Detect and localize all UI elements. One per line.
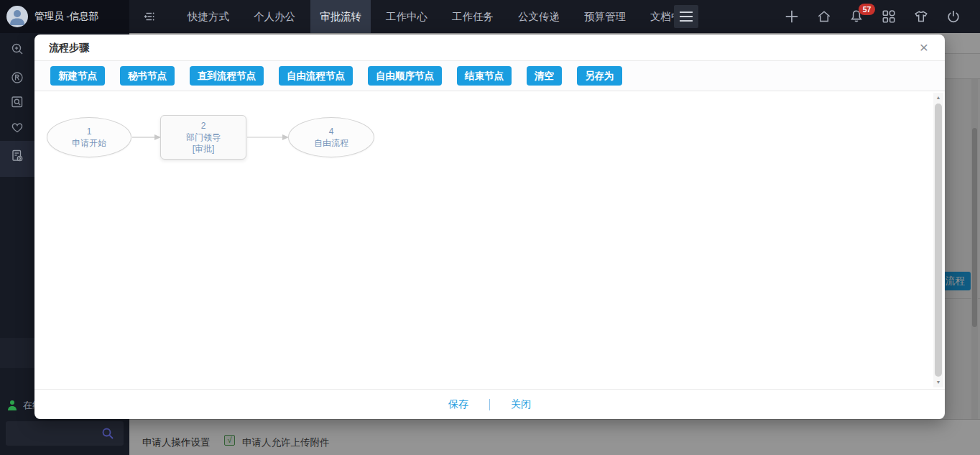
modal-header: 流程步骤 × <box>34 35 945 61</box>
more-menus-icon[interactable] <box>674 5 698 28</box>
flow-steps-modal: 流程步骤 × 新建节点 秘书节点 直到流程节点 自由流程节点 自由顺序节点 结束… <box>34 35 945 419</box>
save-button[interactable]: 保存 <box>448 398 468 411</box>
collapse-sidebar-icon[interactable] <box>142 9 156 24</box>
home-icon[interactable] <box>816 9 832 24</box>
sidebar-favorites-icon[interactable] <box>9 119 25 135</box>
scroll-up-icon[interactable]: ▲ <box>933 93 943 103</box>
node-label: 自由流程 <box>314 137 348 149</box>
node-label: 部门领导 <box>186 132 221 143</box>
secretary-node-button[interactable]: 秘书节点 <box>120 66 175 86</box>
flow-node-free-flow[interactable]: 4 自由流程 <box>288 117 374 157</box>
node-toolbar: 新建节点 秘书节点 直到流程节点 自由流程节点 自由顺序节点 结束节点 清空 另… <box>34 61 945 91</box>
flow-node-start[interactable]: 1 申请开始 <box>47 117 131 157</box>
avatar[interactable] <box>6 6 28 27</box>
free-flow-node-button[interactable]: 自由流程节点 <box>279 66 353 86</box>
end-node-button[interactable]: 结束节点 <box>457 66 512 86</box>
sidebar-search-input[interactable] <box>6 421 124 446</box>
search-icon[interactable] <box>101 427 114 440</box>
sidebar-flow-settings-icon[interactable] <box>9 148 25 164</box>
modal-title: 流程步骤 <box>49 42 89 55</box>
canvas-scrollbar-thumb[interactable] <box>935 104 942 377</box>
nav-item-shortcuts[interactable]: 快捷方式 <box>178 0 239 33</box>
sidebar-search-icon[interactable] <box>9 41 25 57</box>
app-window: 管理员 -信息部 快捷方式 个人办公 审批流转 工作中心 工作任务 公文传递 预… <box>0 0 980 455</box>
plus-icon[interactable] <box>784 9 800 24</box>
nav-item-work-tasks[interactable]: 工作任务 <box>443 0 503 33</box>
until-flow-node-button[interactable]: 直到流程节点 <box>190 66 264 86</box>
user-panel[interactable]: 管理员 -信息部 <box>0 0 129 33</box>
node-sub-label: [审批] <box>193 143 215 155</box>
theme-shirt-icon[interactable] <box>913 9 929 24</box>
node-number: 1 <box>87 126 92 137</box>
flow-canvas[interactable]: 1 申请开始 2 部门领导 [审批] 4 自由流程 ▲ <box>34 91 945 389</box>
scroll-down-icon[interactable]: ▼ <box>933 377 943 387</box>
close-button[interactable]: 关闭 <box>511 398 531 411</box>
save-as-button[interactable]: 另存为 <box>577 66 622 86</box>
canvas-scrollbar[interactable]: ▲ ▼ <box>933 93 943 387</box>
node-number: 4 <box>329 126 334 137</box>
flow-connector-arrow <box>132 133 161 142</box>
nav-item-approval-flow[interactable]: 审批流转 <box>310 0 371 33</box>
node-number: 2 <box>201 120 206 132</box>
flow-node-dept-leader[interactable]: 2 部门领导 [审批] <box>160 115 246 160</box>
modal-footer: 保存 关闭 <box>34 389 945 419</box>
user-avatar-icon <box>6 6 28 27</box>
nav-item-work-center[interactable]: 工作中心 <box>376 0 437 33</box>
clear-button[interactable]: 清空 <box>527 66 562 86</box>
nav-item-budget-management[interactable]: 预算管理 <box>575 0 635 33</box>
footer-divider <box>489 399 490 410</box>
apps-grid-icon[interactable] <box>881 9 897 24</box>
new-node-button[interactable]: 新建节点 <box>50 66 105 86</box>
flow-connector-arrow <box>247 133 289 142</box>
node-label: 申请开始 <box>72 137 106 149</box>
notification-badge[interactable]: 57 <box>859 4 875 15</box>
free-sequence-node-button[interactable]: 自由顺序节点 <box>368 66 442 86</box>
top-navigation-bar: 管理员 -信息部 快捷方式 个人办公 审批流转 工作中心 工作任务 公文传递 预… <box>0 0 980 33</box>
user-name: 管理员 -信息部 <box>34 10 98 23</box>
sidebar-doc-search-icon[interactable] <box>9 94 25 110</box>
online-user-icon <box>7 400 17 411</box>
nav-item-personal-office[interactable]: 个人办公 <box>244 0 305 33</box>
main-nav: 快捷方式 个人办公 审批流转 工作中心 工作任务 公文传递 预算管理 文档中心 <box>175 0 704 33</box>
sidebar-explore-icon[interactable] <box>9 70 25 86</box>
nav-item-document-delivery[interactable]: 公文传递 <box>509 0 569 33</box>
power-icon[interactable] <box>946 9 961 24</box>
close-icon[interactable]: × <box>916 40 932 55</box>
